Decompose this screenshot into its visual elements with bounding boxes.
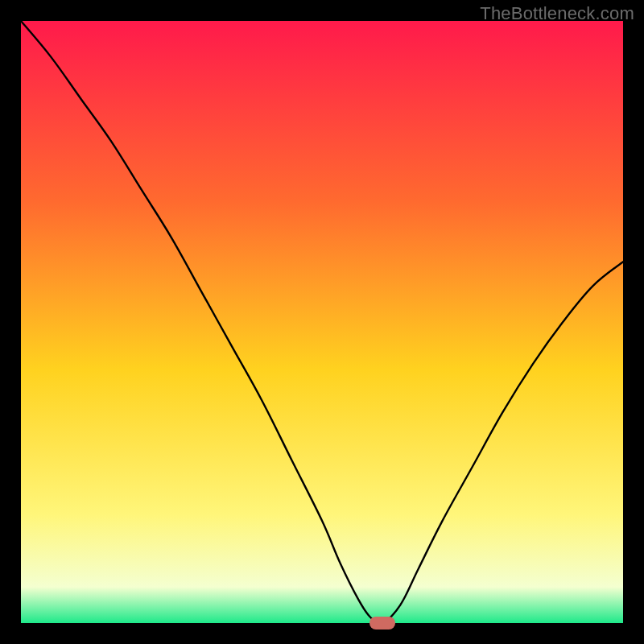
optimal-point-marker xyxy=(369,617,395,630)
plot-svg xyxy=(21,21,623,623)
gradient-background xyxy=(21,21,623,623)
chart-frame: TheBottleneck.com xyxy=(0,0,644,644)
plot-area xyxy=(21,21,623,623)
